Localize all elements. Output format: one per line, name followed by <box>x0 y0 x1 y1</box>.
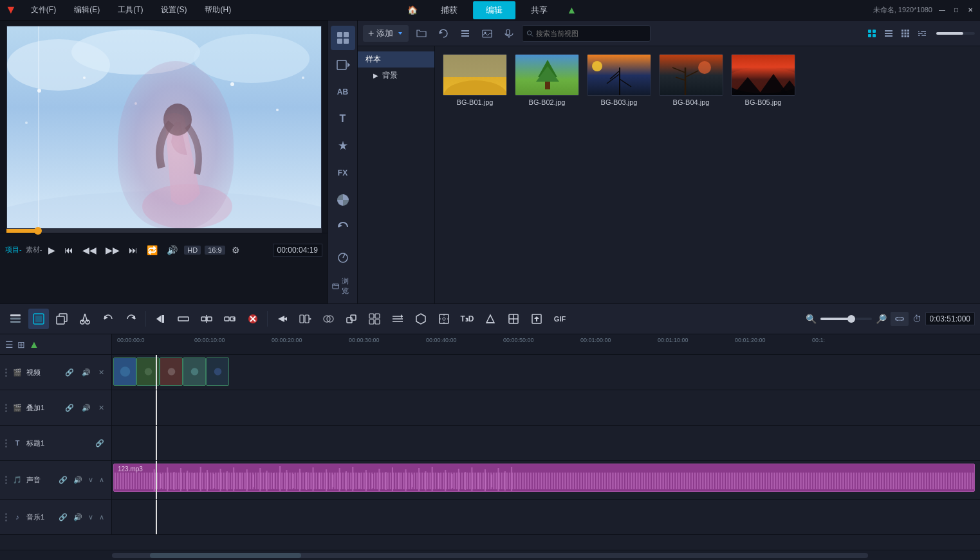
track-music-up[interactable]: ∧ <box>97 512 106 522</box>
tool-undo[interactable] <box>98 309 118 329</box>
media-audio-icon[interactable] <box>500 24 518 42</box>
skip-end-button[interactable]: ⏭ <box>126 244 140 257</box>
track-audio-down[interactable]: ∨ <box>86 475 95 485</box>
repeat-button[interactable]: 🔁 <box>144 244 160 257</box>
tool-skip-back[interactable] <box>150 309 171 329</box>
tool-crop[interactable] <box>434 309 454 329</box>
tool-cut[interactable] <box>75 309 95 329</box>
track-audio-link[interactable]: 🔗 <box>57 475 69 485</box>
tool-trim[interactable] <box>173 309 194 329</box>
sidebar-text-icon[interactable]: AB <box>331 80 355 104</box>
tree-item-sample[interactable]: 样本 <box>358 51 434 68</box>
nav-home[interactable]: 🏠 <box>400 2 425 18</box>
media-view-list-icon[interactable] <box>456 24 474 42</box>
menu-settings[interactable]: 设置(S) <box>157 3 190 17</box>
tree-item-background[interactable]: ▶ 背景 <box>358 68 434 84</box>
window-close[interactable]: ✕ <box>966 6 975 15</box>
nav-tab-edit[interactable]: 编辑 <box>473 1 515 19</box>
sidebar-title-icon[interactable]: T <box>331 107 355 131</box>
settings-button[interactable]: ⚙ <box>229 244 243 257</box>
track-title-link-icon[interactable]: 🔗 <box>93 438 106 448</box>
step-forward-button[interactable]: ▶▶ <box>103 244 122 257</box>
view-large-icon[interactable] <box>864 26 880 41</box>
tool-grid[interactable] <box>364 309 385 329</box>
tool-split[interactable] <box>196 309 217 329</box>
tool-export[interactable] <box>526 309 547 329</box>
media-refresh-icon[interactable] <box>434 24 452 42</box>
track-overlay-more-icon[interactable]: ✕ <box>97 403 106 413</box>
fit-timeline-button[interactable] <box>891 312 909 326</box>
tool-mask[interactable] <box>480 309 501 329</box>
zoom-in-icon[interactable]: 🔎 <box>876 314 887 324</box>
tool-resize-right[interactable] <box>219 309 240 329</box>
track-settings-icon[interactable]: ⊞ <box>17 339 25 350</box>
media-item-bg05[interactable]: BG-B05.jpg <box>731 54 795 106</box>
video-clip-1[interactable] <box>113 357 136 386</box>
media-item-bg02[interactable]: BG-B02.jpg <box>515 54 579 106</box>
zoom-slider[interactable] <box>820 318 872 320</box>
preview-progress-bar[interactable] <box>6 229 322 233</box>
tool-overlay[interactable] <box>341 309 362 329</box>
tool-gif[interactable]: GIF <box>550 309 570 329</box>
track-music-link[interactable]: 🔗 <box>57 512 69 522</box>
tool-multi[interactable] <box>295 309 315 329</box>
view-settings-icon[interactable] <box>914 26 930 41</box>
tool-arrange[interactable] <box>387 309 408 329</box>
menu-edit[interactable]: 编辑(E) <box>70 3 104 17</box>
tool-delete[interactable] <box>243 309 263 329</box>
track-up-icon[interactable]: ▲ <box>29 339 39 350</box>
video-clip-2[interactable] <box>136 357 160 386</box>
window-minimize[interactable]: — <box>938 6 947 15</box>
tool-color[interactable] <box>503 309 524 329</box>
drag-handle-title[interactable] <box>5 439 7 447</box>
menu-help[interactable]: 帮助(H) <box>201 3 235 17</box>
step-back-button[interactable]: ◀◀ <box>80 244 99 257</box>
sidebar-fx-icon[interactable]: FX <box>331 161 355 185</box>
timeline-scroll-track[interactable] <box>112 553 868 558</box>
video-clip-5[interactable] <box>206 357 229 386</box>
view-list-icon[interactable] <box>881 26 896 41</box>
tool-redo[interactable] <box>121 309 142 329</box>
sidebar-video-icon[interactable] <box>331 53 355 77</box>
sidebar-undo-icon[interactable] <box>331 215 355 239</box>
play-button[interactable]: ▶ <box>46 244 58 257</box>
track-music-vol[interactable]: 🔊 <box>71 512 84 522</box>
browse-button[interactable]: 浏览 <box>328 274 357 298</box>
menu-tools[interactable]: 工具(T) <box>114 3 147 17</box>
tool-overlap[interactable] <box>318 309 338 329</box>
track-audio-up[interactable]: ∧ <box>97 475 106 485</box>
nav-tab-share[interactable]: 共享 <box>518 1 560 19</box>
drag-handle-overlay[interactable] <box>5 404 7 412</box>
menu-file[interactable]: 文件(F) <box>27 3 60 17</box>
drag-handle-music[interactable] <box>5 513 7 521</box>
sidebar-effects-icon[interactable] <box>331 134 355 158</box>
progress-handle[interactable] <box>34 227 42 235</box>
video-clip-4[interactable] <box>183 357 206 386</box>
view-grid-icon[interactable] <box>898 26 913 41</box>
video-clip-3[interactable] <box>160 357 183 386</box>
track-audio-vol[interactable]: 🔊 <box>71 475 84 485</box>
tool-hexagon[interactable] <box>411 309 431 329</box>
track-list-icon[interactable]: ☰ <box>5 339 14 350</box>
media-item-bg01[interactable]: BG-B01.jpg <box>443 54 507 106</box>
audio-clip-1[interactable]: 123.mp3 // We'll draw waveform with repe… <box>113 464 975 492</box>
tool-speed[interactable] <box>272 309 292 329</box>
timeline-scroll-thumb[interactable] <box>150 553 301 558</box>
sidebar-speed-icon[interactable] <box>331 244 355 269</box>
clock-icon[interactable]: ⏱ <box>912 314 921 324</box>
tool-copy[interactable] <box>51 309 72 329</box>
track-link-icon[interactable]: 🔗 <box>63 368 76 377</box>
search-input[interactable] <box>536 30 646 37</box>
track-music-down[interactable]: ∨ <box>86 512 95 522</box>
media-item-bg04[interactable]: BG-B04.jpg <box>659 54 723 106</box>
media-item-bg03[interactable]: BG-B03.jpg <box>587 54 651 106</box>
drag-handle[interactable] <box>5 368 7 377</box>
nav-tab-capture[interactable]: 捕获 <box>428 1 470 19</box>
skip-start-button[interactable]: ⏮ <box>62 244 76 257</box>
window-maximize[interactable]: □ <box>952 6 961 15</box>
zoom-out-icon[interactable]: 🔍 <box>806 314 817 324</box>
track-overlay-link-icon[interactable]: 🔗 <box>63 403 76 413</box>
nav-upload-icon[interactable]: ▲ <box>563 5 581 16</box>
drag-handle-audio[interactable] <box>5 476 7 484</box>
sidebar-sticker-icon[interactable] <box>331 188 355 212</box>
